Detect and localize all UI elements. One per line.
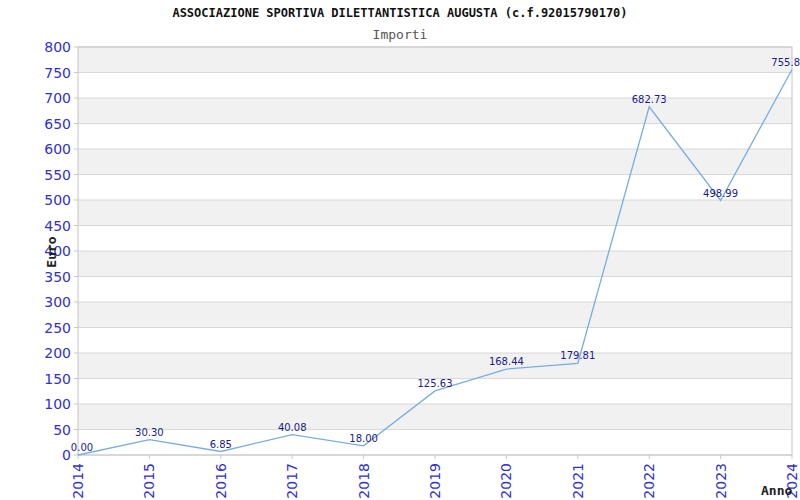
grid-band [78, 404, 792, 430]
x-tick-label: 2016 [213, 463, 229, 499]
y-tick-label: 500 [44, 192, 71, 208]
x-tick-label: 2021 [570, 463, 586, 499]
grid-band [78, 302, 792, 328]
chart: 0501001502002503003504004505005506006507… [0, 0, 800, 500]
x-tick-label: 2019 [427, 463, 443, 499]
point-label: 498.99 [703, 188, 738, 199]
chart-svg: 0501001502002503003504004505005506006507… [0, 0, 800, 500]
point-label: 125.63 [418, 378, 453, 389]
y-axis-title: Euro [44, 236, 59, 267]
y-tick-label: 300 [44, 294, 71, 310]
chart-title: ASSOCIAZIONE SPORTIVA DILETTANTISTICA AU… [0, 6, 800, 20]
x-tick-label: 2022 [641, 463, 657, 499]
x-tick-label: 2018 [356, 463, 372, 499]
point-label: 755.8 [771, 57, 800, 68]
y-tick-label: 100 [44, 396, 71, 412]
x-tick-label: 2023 [713, 463, 729, 499]
grid-band [78, 251, 792, 277]
chart-subtitle: Importi [0, 27, 800, 42]
point-label: 18.00 [349, 433, 378, 444]
point-label: 179.81 [560, 350, 595, 361]
y-tick-label: 350 [44, 269, 71, 285]
point-label: 6.85 [210, 439, 232, 450]
y-tick-label: 150 [44, 371, 71, 387]
y-tick-label: 550 [44, 167, 71, 183]
x-tick-label: 2015 [141, 463, 157, 499]
point-label: 30.30 [135, 427, 164, 438]
y-tick-label: 600 [44, 141, 71, 157]
point-label: 168.44 [489, 356, 524, 367]
y-tick-label: 650 [44, 116, 71, 132]
x-axis-title: Anno [761, 483, 792, 498]
x-tick-label: 2017 [284, 463, 300, 499]
grid-band [78, 98, 792, 124]
y-tick-label: 200 [44, 345, 71, 361]
x-tick-label: 2014 [70, 463, 86, 499]
point-label: 682.73 [632, 94, 667, 105]
y-tick-label: 750 [44, 65, 71, 81]
grid-band [78, 200, 792, 226]
grid-band [78, 47, 792, 73]
y-tick-label: 700 [44, 90, 71, 106]
y-tick-label: 450 [44, 218, 71, 234]
y-tick-label: 50 [53, 422, 71, 438]
y-tick-label: 0 [62, 447, 71, 463]
grid-band [78, 353, 792, 379]
point-label: 0.00 [71, 442, 93, 453]
point-label: 40.08 [278, 422, 307, 433]
x-tick-label: 2020 [498, 463, 514, 499]
y-tick-label: 250 [44, 320, 71, 336]
